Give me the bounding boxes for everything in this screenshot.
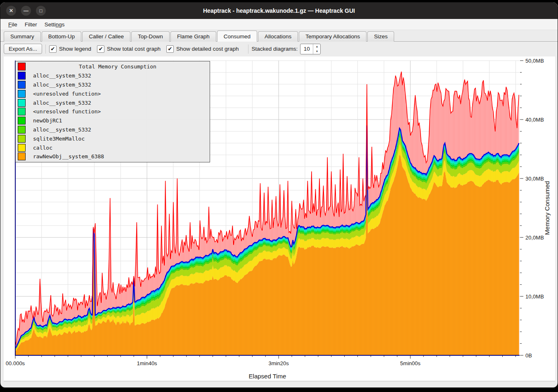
menu-settings[interactable]: Settings — [41, 21, 69, 28]
y-tick-label: 20,0MB — [525, 235, 544, 241]
memory-consumption-chart[interactable]: 00.000s1min40s3min20s5min00s0B10,0MB20,0… — [4, 56, 555, 381]
legend-label: alloc__system_5332 — [33, 73, 91, 79]
legend-item: alloc__system_5332 — [16, 80, 210, 89]
legend-item: calloc — [16, 143, 210, 152]
legend-label: <unresolved function> — [33, 108, 101, 115]
legend-swatch-icon — [18, 81, 26, 89]
tab-temporary-allocations[interactable]: Temporary Allocations — [299, 31, 366, 42]
x-tick-label: 1min40s — [137, 360, 157, 366]
legend-swatch-icon — [18, 99, 26, 107]
toolbar: Export As... ✔Show legend✔Show total cos… — [0, 42, 558, 56]
legend-swatch-icon — [18, 153, 26, 160]
y-tick-label: 10,0MB — [525, 293, 544, 300]
menu-file-label: ile — [12, 21, 17, 28]
legend-item: sqlite3MemMalloc — [16, 134, 210, 143]
menu-bar: File Filter Settings — [0, 19, 558, 30]
legend-item: <unresolved function> — [16, 89, 210, 98]
menu-settings-pre: Setti — [45, 21, 56, 28]
stacked-diagrams-input[interactable]: 10 — [300, 44, 313, 54]
legend-label: alloc__system_5332 — [33, 127, 91, 133]
checkmark-icon: ✔ — [166, 45, 174, 53]
tab-sizes[interactable]: Sizes — [367, 31, 394, 42]
title-bar: ✕ — □ Heaptrack - heaptrack.wakunode.1.g… — [0, 2, 558, 19]
legend-label: newObjRC1 — [33, 117, 62, 124]
toolbar-separator — [45, 45, 46, 54]
legend-label: alloc__system_5332 — [33, 82, 91, 88]
legend-label: <unresolved function> — [33, 91, 101, 97]
tab-bottom-up[interactable]: Bottom-Up — [42, 31, 82, 42]
legend-label: Total Memory Consumption — [26, 63, 210, 70]
checkbox-show-legend[interactable]: ✔Show legend — [49, 45, 91, 53]
legend-item: <unresolved function> — [16, 107, 210, 116]
tab-consumed[interactable]: Consumed — [217, 31, 257, 42]
minimize-icon[interactable]: — — [21, 6, 31, 16]
legend-swatch-icon — [18, 144, 26, 152]
tab-allocations[interactable]: Allocations — [258, 31, 298, 42]
spin-up-icon[interactable]: ▲ — [313, 44, 320, 49]
tab-summary[interactable]: Summary — [4, 31, 41, 42]
legend-label: alloc__system_5332 — [33, 100, 91, 106]
y-tick-label: 50,0MB — [525, 58, 544, 64]
checkmark-icon: ✔ — [97, 45, 104, 53]
menu-filter-label: Filter — [25, 21, 37, 28]
stacked-diagrams-control: Stacked diagrams: 10 ▲ ▼ — [252, 44, 321, 54]
tab-caller-callee[interactable]: Caller / Callee — [82, 31, 130, 42]
checkbox-label: Show total cost graph — [107, 46, 161, 52]
legend-item: Total Memory Consumption — [16, 62, 210, 71]
legend-item: newObjRC1 — [16, 116, 210, 125]
menu-filter[interactable]: Filter — [21, 21, 41, 28]
x-tick-label: 00.000s — [6, 360, 25, 366]
checkbox-label: Show detailed cost graph — [176, 46, 239, 52]
spin-down-icon[interactable]: ▼ — [313, 49, 320, 54]
y-axis-title: Memory Consumed — [544, 181, 551, 235]
tab-flame-graph[interactable]: Flame Graph — [170, 31, 216, 42]
menu-settings-post: gs — [59, 21, 64, 28]
heaptrack-window: ✕ — □ Heaptrack - heaptrack.wakunode.1.g… — [0, 2, 558, 388]
checkbox-show-total-cost-graph[interactable]: ✔Show total cost graph — [97, 45, 161, 53]
x-tick-label: 3min20s — [269, 360, 289, 366]
legend-swatch-icon — [18, 117, 26, 124]
legend-label: sqlite3MemMalloc — [33, 136, 85, 142]
tab-top-down[interactable]: Top-Down — [131, 31, 170, 42]
window-title: Heaptrack - heaptrack.wakunode.1.gz — He… — [0, 7, 558, 14]
x-axis-title: Elapsed Time — [249, 373, 286, 380]
legend-item: rawNewObj__system_6388 — [16, 152, 210, 161]
legend-swatch-icon — [18, 135, 26, 143]
maximize-icon[interactable]: □ — [36, 6, 46, 16]
legend-item: alloc__system_5332 — [16, 125, 210, 134]
chart-legend: Total Memory Consumptionalloc__system_53… — [15, 61, 210, 162]
legend-label: rawNewObj__system_6388 — [33, 153, 104, 160]
checkmark-icon: ✔ — [49, 45, 57, 53]
legend-item: alloc__system_5332 — [16, 98, 210, 107]
y-tick-label: 30,0MB — [525, 176, 544, 182]
legend-swatch-icon — [18, 126, 26, 134]
checkbox-label: Show legend — [59, 46, 91, 52]
legend-swatch-icon — [18, 63, 26, 70]
menu-file-accel: F — [8, 21, 12, 28]
checkbox-show-detailed-cost-graph[interactable]: ✔Show detailed cost graph — [166, 45, 239, 53]
tab-bar: SummaryBottom-UpCaller / CalleeTop-DownF… — [0, 30, 558, 42]
export-as-button[interactable]: Export As... — [4, 44, 42, 54]
legend-swatch-icon — [18, 90, 26, 98]
menu-file[interactable]: File — [5, 21, 21, 28]
stacked-diagrams-label: Stacked diagrams: — [252, 46, 298, 52]
legend-item: alloc__system_5332 — [16, 71, 210, 80]
legend-swatch-icon — [18, 72, 26, 80]
y-tick-label: 0B — [525, 352, 532, 359]
x-tick-label: 5min00s — [400, 360, 421, 366]
legend-label: calloc — [33, 145, 52, 151]
y-tick-label: 40,0MB — [525, 117, 544, 123]
legend-swatch-icon — [18, 108, 26, 115]
toolbar-separator — [248, 45, 248, 54]
close-icon[interactable]: ✕ — [6, 6, 16, 16]
